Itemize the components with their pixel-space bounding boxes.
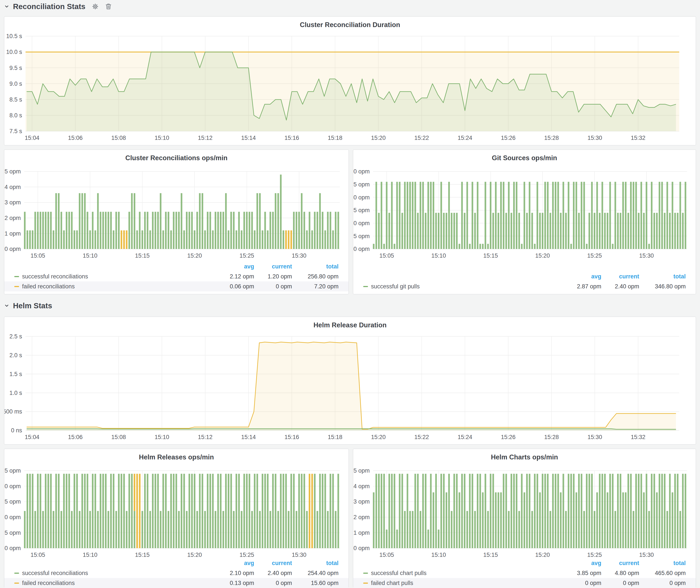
svg-text:4 opm: 4 opm (353, 483, 370, 489)
svg-text:15:20: 15:20 (535, 552, 550, 558)
series-color-swatch (14, 583, 19, 584)
svg-text:15:30: 15:30 (292, 252, 306, 259)
series-label: successful git pulls (371, 283, 420, 290)
legend-col-avg[interactable]: avg (563, 560, 601, 567)
svg-text:9.0 s: 9.0 s (9, 81, 22, 87)
series-toggle[interactable]: failed reconciliations (14, 283, 216, 290)
panel-helm-releases-ops: Helm Releases ops/min 2.5 opm2.0 opm1.5 … (4, 449, 349, 588)
series-toggle[interactable]: successful reconciliations (14, 273, 216, 280)
svg-text:8.5 s: 8.5 s (9, 96, 22, 103)
series-toggle[interactable]: successful reconciliations (14, 570, 216, 577)
chevron-down-icon[interactable] (3, 302, 10, 309)
svg-text:15:15: 15:15 (135, 552, 150, 558)
section-header-reconciliation-stats[interactable]: Reconciliation Stats (3, 2, 112, 11)
helm-release-duration-chart[interactable]: 2.5 s2.0 s1.5 s1.0 s500 ms0 ns15:0415:06… (4, 331, 696, 444)
svg-text:0 opm: 0 opm (5, 545, 21, 551)
helm-releases-ops-chart[interactable]: 2.5 opm2.0 opm1.5 opm1.0 opm0.5 opm0 opm… (4, 463, 348, 558)
series-label: failed reconciliations (22, 580, 75, 586)
svg-text:7.5 s: 7.5 s (9, 128, 22, 134)
legend-col-avg[interactable]: avg (216, 263, 254, 270)
svg-text:15:24: 15:24 (458, 434, 472, 440)
legend-row: successful git pulls2.87 opm2.40 opm346.… (353, 281, 696, 291)
svg-text:1.5 s: 1.5 s (9, 371, 22, 377)
legend-col-total[interactable]: total (639, 560, 686, 567)
svg-text:15:30: 15:30 (639, 552, 654, 558)
svg-text:15:10: 15:10 (155, 434, 169, 440)
cluster-reconciliation-duration-chart[interactable]: 10.5 s10.0 s9.5 s9.0 s8.5 s8.0 s7.5 s15:… (4, 31, 696, 145)
chevron-down-icon[interactable] (3, 3, 10, 10)
trash-icon[interactable] (105, 3, 112, 10)
stat-avg: 3.85 opm (563, 570, 601, 577)
legend-col-avg[interactable]: avg (216, 560, 254, 567)
legend-header: avgcurrenttotal (4, 558, 348, 568)
svg-text:15:05: 15:05 (31, 552, 45, 558)
legend-col-total[interactable]: total (292, 263, 339, 270)
svg-text:15:26: 15:26 (501, 135, 516, 141)
svg-text:2.0 opm: 2.0 opm (353, 220, 370, 226)
section-header-helm-stats[interactable]: Helm Stats (3, 301, 52, 310)
section-title: Helm Stats (13, 301, 52, 310)
svg-text:15:20: 15:20 (187, 552, 202, 558)
legend: avgcurrenttotalsuccessful git pulls2.87 … (353, 271, 696, 294)
svg-text:15:25: 15:25 (240, 552, 254, 558)
svg-text:5 opm: 5 opm (353, 467, 370, 474)
svg-text:15:30: 15:30 (639, 252, 654, 259)
legend-col-current[interactable]: current (254, 263, 292, 270)
svg-text:10.5 s: 10.5 s (6, 33, 22, 39)
svg-text:15:20: 15:20 (371, 434, 386, 440)
svg-text:15:14: 15:14 (241, 434, 256, 440)
legend-col-current[interactable]: current (254, 560, 292, 567)
legend-header: avgcurrenttotal (4, 262, 348, 271)
legend-col-current[interactable]: current (601, 560, 639, 567)
stat-avg: 2.10 opm (216, 570, 254, 577)
helm-charts-ops-chart[interactable]: 5 opm4 opm3 opm2 opm1 opm0 opm15:0515:10… (353, 463, 696, 558)
series-toggle[interactable]: failed reconciliations (14, 580, 216, 586)
legend-col-total[interactable]: total (639, 273, 686, 280)
svg-text:10.0 s: 10.0 s (6, 49, 22, 55)
stat-total: 465.60 opm (639, 570, 686, 577)
svg-text:15:25: 15:25 (240, 252, 254, 259)
svg-text:1.0 opm: 1.0 opm (4, 514, 21, 520)
legend-col-total[interactable]: total (292, 560, 339, 567)
svg-text:15:28: 15:28 (544, 434, 559, 440)
stat-total: 0 opm (639, 580, 686, 586)
series-toggle[interactable]: failed chart pulls (363, 580, 563, 586)
cluster-reconciliations-ops-chart[interactable]: 5 opm4 opm3 opm2 opm1 opm0 opm15:0515:10… (4, 164, 348, 259)
svg-text:15:08: 15:08 (111, 434, 126, 440)
chart-canvas: 5 opm4 opm3 opm2 opm1 opm0 opm15:0515:10… (353, 463, 696, 558)
chart-canvas: 5 opm4 opm3 opm2 opm1 opm0 opm15:0515:10… (4, 164, 348, 259)
legend-col-avg[interactable]: avg (563, 273, 601, 280)
svg-text:0 ns: 0 ns (11, 427, 22, 434)
svg-text:15:28: 15:28 (544, 135, 559, 141)
panel-helm-charts-ops: Helm Charts ops/min 5 opm4 opm3 opm2 opm… (353, 449, 696, 588)
svg-text:500 ms: 500 ms (4, 408, 22, 415)
legend-col-current[interactable]: current (601, 273, 639, 280)
svg-text:2.0 opm: 2.0 opm (4, 483, 21, 489)
svg-text:15:12: 15:12 (198, 434, 213, 440)
panel-git-sources-ops: Git Sources ops/min 4.0 opm3.5 opm3.0 op… (353, 149, 696, 294)
svg-text:2.5 opm: 2.5 opm (4, 467, 21, 474)
svg-text:3.5 opm: 3.5 opm (353, 181, 370, 188)
svg-text:1 opm: 1 opm (5, 230, 21, 237)
svg-text:15:10: 15:10 (431, 552, 446, 558)
gear-icon[interactable] (92, 3, 99, 10)
series-toggle[interactable]: successful chart pulls (363, 570, 563, 577)
svg-text:1.0 s: 1.0 s (9, 390, 22, 396)
chart-canvas: 10.5 s10.0 s9.5 s9.0 s8.5 s8.0 s7.5 s15:… (4, 31, 696, 145)
panel-title: Git Sources ops/min (353, 150, 696, 164)
svg-text:15:30: 15:30 (587, 135, 602, 141)
git-sources-ops-chart[interactable]: 4.0 opm3.5 opm3.0 opm2.5 opm2.0 opm1.5 o… (353, 164, 696, 259)
svg-text:15:22: 15:22 (414, 434, 429, 440)
stat-total: 254.40 opm (292, 570, 339, 577)
svg-text:0 opm: 0 opm (5, 246, 21, 252)
series-toggle[interactable]: successful git pulls (363, 283, 563, 290)
panel-cluster-reconciliations-ops: Cluster Reconciliations ops/min 5 opm4 o… (4, 149, 349, 294)
svg-text:2.0 s: 2.0 s (9, 352, 22, 359)
legend: avgcurrenttotalsuccessful reconciliation… (4, 558, 348, 588)
legend-row: successful reconciliations2.12 opm1.20 o… (4, 271, 348, 281)
svg-text:4 opm: 4 opm (5, 184, 21, 190)
stat-avg: 2.12 opm (216, 273, 254, 280)
section-title: Reconciliation Stats (13, 2, 85, 11)
svg-text:15:22: 15:22 (414, 135, 429, 141)
svg-text:15:20: 15:20 (535, 252, 550, 259)
